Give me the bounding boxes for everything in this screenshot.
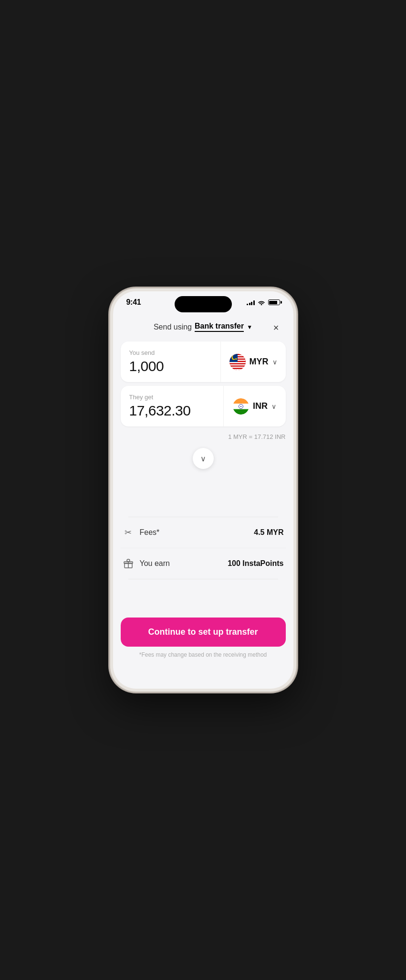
fees-label: Fees*: [140, 528, 249, 537]
svg-rect-7: [229, 362, 246, 363]
you-send-amount: 1,000: [129, 358, 212, 374]
svg-point-20: [240, 406, 241, 407]
cta-button[interactable]: Continue to set up transfer: [121, 618, 286, 647]
svg-rect-10: [229, 369, 246, 370]
myr-code: MYR: [250, 357, 269, 367]
spacer: [113, 479, 293, 517]
they-get-label: They get: [129, 394, 215, 401]
wifi-icon: [258, 299, 265, 305]
fee-section: ✂ Fees* 4.5 MYR You earn 100 Inst: [113, 517, 293, 579]
status-icons: [247, 299, 280, 305]
svg-rect-16: [233, 398, 249, 404]
myr-flag: [229, 354, 246, 370]
they-get-amount-section[interactable]: They get 17,632.30: [121, 386, 224, 426]
you-send-card: You send 1,000: [121, 341, 286, 382]
battery-icon: [268, 299, 280, 305]
fees-value: 4.5 MYR: [254, 528, 283, 537]
bottom-spacer: [113, 579, 293, 608]
inr-chevron-icon: ∨: [271, 403, 276, 410]
inr-code: INR: [253, 401, 268, 411]
currency-section: You send 1,000: [113, 341, 293, 426]
earn-row: You earn 100 InstaPoints: [121, 548, 286, 579]
myr-chevron-icon: ∨: [272, 358, 277, 366]
earn-label: You earn: [140, 559, 222, 568]
svg-rect-8: [229, 364, 246, 365]
signal-icon: [247, 299, 255, 305]
they-get-amount: 17,632.30: [129, 403, 215, 419]
bottom-section: Continue to set up transfer *Fees may ch…: [113, 608, 293, 671]
fees-row: ✂ Fees* 4.5 MYR: [121, 517, 286, 548]
you-send-amount-section[interactable]: You send 1,000: [121, 341, 221, 382]
you-send-currency-selector[interactable]: MYR ∨: [221, 341, 286, 382]
disclaimer-text: *Fees may change based on the receiving …: [121, 647, 286, 666]
send-method-label[interactable]: Send using Bank transfer ▼: [154, 322, 252, 332]
svg-rect-9: [229, 366, 246, 367]
phone-screen: 9:41: [113, 291, 293, 689]
expand-section: ∨: [113, 448, 293, 479]
scissors-icon: ✂: [123, 527, 134, 538]
earn-value: 100 InstaPoints: [228, 559, 283, 568]
status-time: 9:41: [126, 298, 141, 307]
dynamic-island: [175, 296, 232, 312]
gift-icon: [123, 558, 134, 569]
main-content: Send using Bank transfer ▼ × You send 1,…: [113, 309, 293, 689]
header: Send using Bank transfer ▼ ×: [113, 314, 293, 341]
send-method-value: Bank transfer: [195, 322, 244, 332]
svg-point-13: [232, 355, 236, 359]
svg-rect-18: [233, 409, 249, 414]
you-send-label: You send: [129, 349, 212, 356]
close-button[interactable]: ×: [269, 320, 284, 336]
send-method-dropdown-arrow: ▼: [247, 324, 252, 330]
they-get-currency-selector[interactable]: INR ∨: [224, 386, 286, 426]
exchange-rate: 1 MYR = 17.712 INR: [113, 430, 293, 448]
inr-flag: [233, 398, 249, 415]
expand-button[interactable]: ∨: [193, 448, 214, 469]
phone-shell: 9:41: [110, 288, 296, 692]
they-get-card: They get 17,632.30: [121, 386, 286, 426]
send-prefix: Send using: [154, 323, 192, 331]
